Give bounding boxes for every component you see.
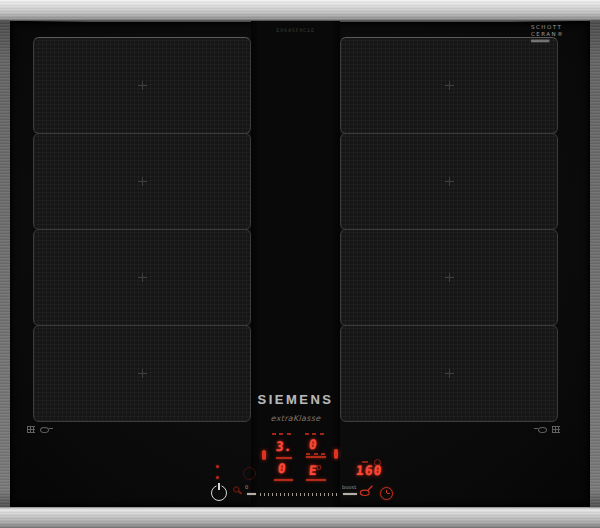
glass-brand-line2: CERAN® xyxy=(531,30,564,37)
cooking-zone-segment xyxy=(33,229,251,326)
zone-center-marker-icon xyxy=(445,81,454,90)
zone-indicator-led xyxy=(262,450,266,460)
led-bar xyxy=(306,456,326,458)
cooking-zone-segment xyxy=(340,229,558,326)
slider-zero-mark xyxy=(247,493,256,495)
pan-marking-icon xyxy=(40,425,53,433)
flex-zone-grid-icon xyxy=(27,426,35,433)
pan-marking-icon xyxy=(534,425,547,433)
series-label: extraKlasse xyxy=(251,414,340,423)
zone-center-marker-icon xyxy=(445,177,454,186)
key-lock-icon[interactable] xyxy=(230,485,243,498)
glass-brand-marking: SCHOTT CERAN® xyxy=(531,23,564,42)
zone-center-marker-icon xyxy=(138,177,147,186)
status-led xyxy=(216,476,219,479)
power-level-display-left-front[interactable]: 3. xyxy=(275,440,292,453)
center-console-strip: EX645FXC1E SIEMENS extraKlasse xyxy=(251,21,340,507)
led-bar xyxy=(306,479,326,481)
power-level-display-left-rear[interactable]: 0 xyxy=(277,462,286,475)
timer-display[interactable]: 160 xyxy=(355,464,383,477)
clock-icon[interactable] xyxy=(380,487,393,500)
model-text: EX645FXC1E xyxy=(260,27,331,33)
slider-boost-mark xyxy=(343,493,357,495)
brand-logo: SIEMENS xyxy=(251,392,340,407)
status-led xyxy=(216,465,219,468)
slider-max-label: boost xyxy=(342,484,356,490)
cooking-zone-segment xyxy=(33,37,251,134)
zone-center-marker-icon xyxy=(445,273,454,282)
cooking-zone-segment xyxy=(340,37,558,134)
zone-center-marker-icon xyxy=(138,273,147,282)
cooking-zone-segment xyxy=(33,325,251,422)
frying-sensor-display[interactable]: E□ xyxy=(308,460,321,477)
zone-indicator-led xyxy=(334,449,338,459)
flex-zone-grid-icon xyxy=(552,426,560,433)
ceramic-glass-surface: EX645FXC1E SIEMENS extraKlasse SCHOTT CE… xyxy=(10,21,590,507)
power-slider-track[interactable] xyxy=(260,493,340,496)
led-bar xyxy=(276,457,292,459)
induction-hob: EX645FXC1E SIEMENS extraKlasse SCHOTT CE… xyxy=(0,0,600,528)
slider-min-label: 0 xyxy=(245,484,248,490)
zone-center-marker-icon xyxy=(138,81,147,90)
glass-brand-underline xyxy=(531,40,549,43)
led-bar xyxy=(274,479,293,481)
flex-zone-right xyxy=(340,37,558,422)
glass-brand-line1: SCHOTT xyxy=(531,23,564,30)
cooking-zone-segment xyxy=(340,325,558,422)
zone-center-marker-icon xyxy=(445,369,454,378)
zone-select-dash-right xyxy=(305,433,325,435)
cooking-zone-segment xyxy=(340,133,558,230)
cooking-zone-segment xyxy=(33,133,251,230)
power-icon[interactable] xyxy=(211,485,227,501)
touch-point-ring[interactable] xyxy=(243,467,256,480)
flex-zone-left xyxy=(33,37,251,422)
zone-marking-right xyxy=(534,425,560,433)
zone-marking-left xyxy=(27,425,53,433)
zone-select-dash-left xyxy=(272,433,292,435)
zone-center-marker-icon xyxy=(138,369,147,378)
pan-icon[interactable] xyxy=(359,484,374,497)
power-level-display-right-front[interactable]: 0 xyxy=(308,438,317,451)
led-dash-row xyxy=(306,453,326,455)
